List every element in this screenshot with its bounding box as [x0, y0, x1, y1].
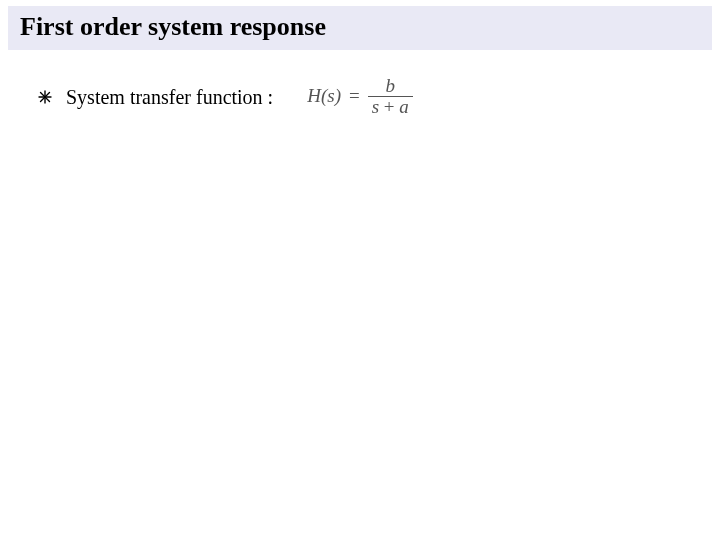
asterisk-bullet-icon	[38, 90, 52, 108]
formula-equals: =	[347, 85, 362, 107]
bullet-item: System transfer function :	[38, 86, 273, 109]
bullet-text: System transfer function :	[66, 86, 273, 109]
formula-den-left: s	[372, 96, 379, 117]
content-area: System transfer function : H(s) = b s + …	[0, 50, 720, 145]
formula-arg: s	[327, 85, 334, 106]
page-title: First order system response	[20, 12, 700, 42]
title-bar: First order system response	[8, 6, 712, 50]
transfer-function-formula: H(s) = b s + a	[307, 76, 413, 117]
formula-den-right: a	[399, 96, 409, 117]
formula-func: H	[307, 85, 321, 106]
formula-numerator: b	[382, 76, 400, 96]
formula-fraction: b s + a	[368, 76, 413, 117]
bullet-row-wrap: System transfer function : H(s) = b s + …	[38, 78, 682, 117]
formula-denominator: s + a	[368, 96, 413, 117]
formula-den-op: +	[384, 96, 395, 117]
formula-lhs: H(s)	[307, 85, 341, 107]
